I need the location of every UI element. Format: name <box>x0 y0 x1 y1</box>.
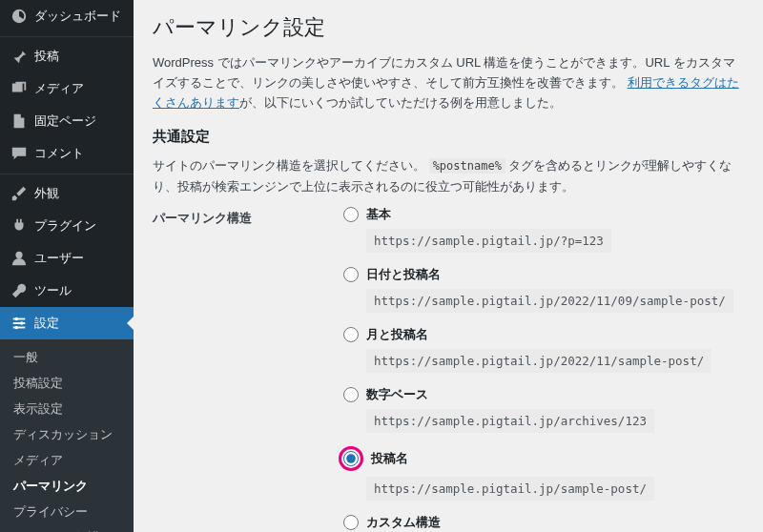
svg-point-0 <box>15 252 22 258</box>
media-icon <box>10 79 29 98</box>
submenu-privacy[interactable]: プライバシー <box>0 500 134 525</box>
sidebar-item-label: プラグイン <box>34 217 96 235</box>
comment-icon <box>10 144 29 163</box>
option-monthname: 月と投稿名 https://sample.pigtail.jp/2022/11/… <box>343 326 744 373</box>
option-label: 基本 <box>366 206 391 223</box>
submenu-permalinks[interactable]: パーマリンク <box>0 474 134 500</box>
example-plain: https://sample.pigtail.jp/?p=123 <box>366 229 611 253</box>
admin-sidebar: ダッシュボード 投稿 メディア 固定ページ コメント 外観 プラグイン ユーザー… <box>0 0 134 532</box>
plugin-icon <box>10 216 29 235</box>
sidebar-item-label: 外観 <box>34 185 59 202</box>
sidebar-item-comments[interactable]: コメント <box>0 137 134 170</box>
option-numeric-label[interactable]: 数字ベース <box>343 386 744 403</box>
radio-monthname[interactable] <box>343 327 359 342</box>
radio-numeric[interactable] <box>343 387 359 402</box>
structure-label: パーマリンク構造 <box>153 206 343 532</box>
option-dayname-label[interactable]: 日付と投稿名 <box>343 266 744 283</box>
example-dayname: https://sample.pigtail.jp/2022/11/09/sam… <box>366 289 733 313</box>
submenu-writing[interactable]: 投稿設定 <box>0 371 134 397</box>
brush-icon <box>10 184 29 203</box>
sidebar-item-label: ダッシュボード <box>34 8 121 25</box>
submenu-reading[interactable]: 表示設定 <box>0 397 134 422</box>
option-postname-label[interactable]: 投稿名 <box>343 446 744 471</box>
sidebar-item-tools[interactable]: ツール <box>0 275 134 307</box>
option-plain: 基本 https://sample.pigtail.jp/?p=123 <box>343 206 744 253</box>
option-monthname-label[interactable]: 月と投稿名 <box>343 326 744 343</box>
page-icon <box>10 112 29 131</box>
radio-plain[interactable] <box>343 207 359 222</box>
option-label: 数字ベース <box>366 386 428 403</box>
sidebar-item-media[interactable]: メディア <box>0 72 134 105</box>
sidebar-item-pages[interactable]: 固定ページ <box>0 105 134 137</box>
example-monthname: https://sample.pigtail.jp/2022/11/sample… <box>366 349 711 373</box>
sidebar-item-label: コメント <box>34 145 84 162</box>
submenu-general[interactable]: 一般 <box>0 345 134 371</box>
radio-postname[interactable] <box>343 451 359 466</box>
sidebar-item-label: ユーザー <box>34 250 84 267</box>
settings-icon <box>10 314 29 333</box>
option-postname: 投稿名 https://sample.pigtail.jp/sample-pos… <box>343 446 744 501</box>
radio-custom[interactable] <box>343 515 359 530</box>
option-dayname: 日付と投稿名 https://sample.pigtail.jp/2022/11… <box>343 266 744 313</box>
submenu-discussion[interactable]: ディスカッション <box>0 422 134 448</box>
sidebar-item-label: メディア <box>34 80 84 97</box>
option-numeric: 数字ベース https://sample.pigtail.jp/archives… <box>343 386 744 433</box>
option-plain-label[interactable]: 基本 <box>343 206 744 223</box>
option-label: カスタム構造 <box>366 514 441 531</box>
sidebar-item-label: ツール <box>34 282 72 299</box>
common-heading: 共通設定 <box>153 128 744 146</box>
intro-part-b: が、以下にいくつか試していただける例を用意しました。 <box>239 95 562 110</box>
user-icon <box>10 249 29 268</box>
svg-point-6 <box>15 326 19 330</box>
sidebar-item-dashboard[interactable]: ダッシュボード <box>0 0 134 32</box>
svg-point-4 <box>15 317 19 321</box>
option-custom-label[interactable]: カスタム構造 <box>343 514 744 531</box>
page-title: パーマリンク設定 <box>153 13 744 42</box>
submenu-password[interactable]: パスワード保護 <box>0 525 134 532</box>
intro-text: WordPress ではパーマリンクやアーカイブにカスタム URL 構造を使うこ… <box>153 53 744 113</box>
highlight-circle <box>339 446 363 471</box>
option-label: 日付と投稿名 <box>366 266 441 283</box>
option-label: 投稿名 <box>371 450 408 467</box>
dashboard-icon <box>10 7 29 26</box>
common-desc: サイトのパーマリンク構造を選択してください。 %postname% タグを含める… <box>153 155 744 197</box>
example-numeric: https://sample.pigtail.jp/archives/123 <box>366 409 654 433</box>
main-content: パーマリンク設定 WordPress ではパーマリンクやアーカイブにカスタム U… <box>134 0 763 532</box>
sidebar-item-appearance[interactable]: 外観 <box>0 174 134 210</box>
sidebar-item-plugins[interactable]: プラグイン <box>0 210 134 242</box>
desc-a: サイトのパーマリンク構造を選択してください。 <box>153 158 425 173</box>
sidebar-item-label: 固定ページ <box>34 113 96 130</box>
tool-icon <box>10 281 29 300</box>
option-custom: カスタム構造 https://sample.pigtail.jp <box>343 514 744 532</box>
svg-point-5 <box>20 321 24 325</box>
example-postname: https://sample.pigtail.jp/sample-post/ <box>366 477 654 501</box>
postname-tag: %postname% <box>429 158 505 174</box>
sidebar-item-settings[interactable]: 設定 <box>0 307 134 339</box>
sidebar-item-label: 設定 <box>34 315 59 332</box>
sidebar-item-label: 投稿 <box>34 48 59 65</box>
sidebar-item-users[interactable]: ユーザー <box>0 242 134 275</box>
sidebar-item-posts[interactable]: 投稿 <box>0 36 134 72</box>
settings-submenu: 一般 投稿設定 表示設定 ディスカッション メディア パーマリンク プライバシー… <box>0 339 134 532</box>
option-label: 月と投稿名 <box>366 326 428 343</box>
radio-dayname[interactable] <box>343 267 359 282</box>
submenu-media[interactable]: メディア <box>0 448 134 474</box>
pin-icon <box>10 47 29 66</box>
